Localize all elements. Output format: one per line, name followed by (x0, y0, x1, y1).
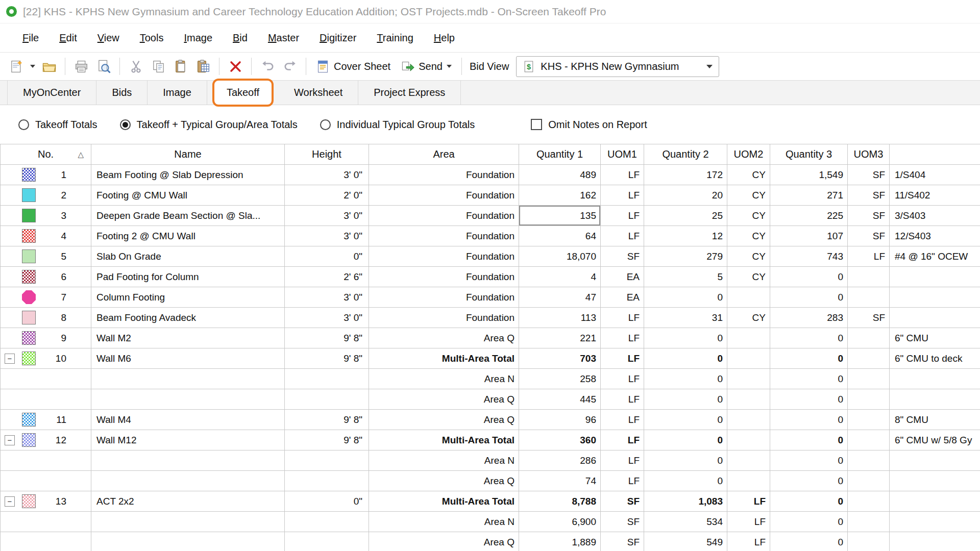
cell-name[interactable]: Wall M2 (91, 328, 285, 348)
cell-height[interactable] (285, 369, 369, 389)
cell-uom3[interactable]: SF (848, 206, 890, 226)
column-header-area[interactable]: Area (369, 144, 519, 165)
cell-qty2[interactable]: 0 (644, 389, 727, 410)
cell-qty3[interactable]: 271 (770, 185, 848, 206)
cell-height[interactable] (285, 450, 369, 471)
cell-qty1[interactable]: 162 (519, 185, 601, 206)
cell-uom2[interactable] (727, 410, 770, 430)
cell-uom3[interactable]: SF (848, 185, 890, 206)
cell-name[interactable] (91, 389, 285, 410)
area-subrow[interactable]: Area N258LF00 (1, 369, 980, 389)
takeoff-item-row[interactable]: 7Column Footing3' 0"Foundation47EA00 (1, 287, 980, 308)
cell-height[interactable]: 2' 6" (285, 267, 369, 287)
cell-notes[interactable] (890, 491, 980, 512)
cell-qty3[interactable]: 0 (770, 328, 848, 348)
cell-qty2[interactable]: 12 (644, 226, 727, 246)
area-subrow[interactable]: Area Q1,889SF549LF0 (1, 532, 980, 551)
cell-no[interactable] (1, 471, 91, 491)
cell-qty2[interactable]: 0 (644, 287, 727, 308)
takeoff-color-swatch[interactable] (22, 311, 36, 324)
cell-qty3[interactable]: 107 (770, 226, 848, 246)
cell-no[interactable]: 7 (1, 287, 91, 308)
cell-uom2[interactable]: CY (727, 226, 770, 246)
cell-qty2[interactable]: 0 (644, 450, 727, 471)
takeoff-color-swatch[interactable] (22, 433, 36, 447)
cell-uom2[interactable]: CY (727, 206, 770, 226)
cell-uom1[interactable]: SF (601, 491, 644, 512)
cell-uom1[interactable]: LF (601, 410, 644, 430)
cell-area[interactable]: Multi-Area Total (369, 430, 519, 450)
cell-qty1[interactable]: 360 (519, 430, 601, 450)
cell-qty3[interactable]: 0 (770, 267, 848, 287)
cell-qty2[interactable]: 534 (644, 512, 727, 532)
send-button[interactable]: Send (396, 55, 457, 78)
cell-uom3[interactable] (848, 491, 890, 512)
cell-qty2[interactable]: 549 (644, 532, 727, 551)
cell-area[interactable]: Foundation (369, 267, 519, 287)
cell-qty3[interactable]: 283 (770, 308, 848, 328)
redo-button[interactable] (279, 55, 301, 78)
cell-uom3[interactable]: LF (848, 246, 890, 267)
takeoff-color-swatch[interactable] (22, 270, 36, 284)
cell-height[interactable]: 9' 8" (285, 410, 369, 430)
radio-indicator[interactable] (320, 119, 331, 130)
cell-qty3[interactable]: 0 (770, 389, 848, 410)
cell-qty2[interactable]: 0 (644, 348, 727, 369)
cell-area[interactable]: Foundation (369, 206, 519, 226)
cell-qty3[interactable]: 0 (770, 430, 848, 450)
cell-notes[interactable]: 12/S403 (890, 226, 980, 246)
takeoff-color-swatch[interactable] (22, 209, 36, 222)
cell-name[interactable]: Wall M12 (91, 430, 285, 450)
tab-image[interactable]: Image (148, 81, 207, 105)
cell-uom3[interactable] (848, 267, 890, 287)
cell-notes[interactable]: 8" CMU (890, 410, 980, 430)
cell-height[interactable] (285, 512, 369, 532)
cell-qty3[interactable]: 0 (770, 532, 848, 551)
cell-qty1[interactable]: 489 (519, 165, 601, 185)
takeoff-item-row[interactable]: 9Wall M29' 8"Area Q221LF006" CMU (1, 328, 980, 348)
cell-name[interactable]: Deepen Grade Beam Section @ Sla... (91, 206, 285, 226)
cell-height[interactable]: 3' 0" (285, 287, 369, 308)
cell-name[interactable] (91, 450, 285, 471)
menu-item-view[interactable]: View (87, 27, 130, 49)
radio-option-takeoff-totals[interactable]: Takeoff Totals (18, 119, 97, 131)
column-header-no[interactable]: No.△ (1, 144, 91, 165)
cell-qty1[interactable]: 703 (519, 348, 601, 369)
cell-qty3[interactable]: 743 (770, 246, 848, 267)
cell-qty3[interactable]: 0 (770, 410, 848, 430)
cell-no[interactable]: 11 (1, 410, 91, 430)
cell-notes[interactable]: 3/S403 (890, 206, 980, 226)
menu-item-file[interactable]: File (12, 27, 49, 49)
cell-uom3[interactable]: SF (848, 308, 890, 328)
cell-uom1[interactable]: LF (601, 348, 644, 369)
cell-uom3[interactable]: SF (848, 226, 890, 246)
cell-area[interactable]: Area N (369, 450, 519, 471)
tab-worksheet[interactable]: Worksheet (279, 81, 358, 105)
open-button[interactable] (38, 55, 60, 78)
radio-indicator[interactable] (18, 119, 29, 130)
cell-qty3[interactable]: 0 (770, 369, 848, 389)
cell-name[interactable]: Column Footing (91, 287, 285, 308)
cell-uom3[interactable] (848, 348, 890, 369)
menu-item-training[interactable]: Training (366, 27, 424, 49)
cell-notes[interactable]: 6" CMU (890, 328, 980, 348)
cell-uom2[interactable]: CY (727, 246, 770, 267)
collapse-toggle[interactable]: − (5, 435, 15, 445)
area-subrow[interactable]: Area Q445LF00 (1, 389, 980, 410)
takeoff-color-swatch[interactable] (22, 331, 36, 345)
takeoff-color-swatch[interactable] (22, 413, 36, 427)
menu-item-master[interactable]: Master (258, 27, 309, 49)
cell-no[interactable] (1, 512, 91, 532)
cell-uom3[interactable] (848, 328, 890, 348)
cell-uom1[interactable]: LF (601, 389, 644, 410)
cell-notes[interactable] (890, 308, 980, 328)
cell-qty1[interactable]: 47 (519, 287, 601, 308)
cell-area[interactable]: Foundation (369, 226, 519, 246)
cell-notes[interactable] (890, 287, 980, 308)
cell-qty3[interactable]: 225 (770, 206, 848, 226)
takeoff-color-swatch[interactable] (22, 290, 36, 304)
cell-name[interactable] (91, 369, 285, 389)
takeoff-item-row[interactable]: 6Pad Footing for Column2' 6"Foundation4E… (1, 267, 980, 287)
checkbox-omit-notes[interactable]: Omit Notes on Report (531, 119, 647, 131)
cell-qty1[interactable]: 113 (519, 308, 601, 328)
